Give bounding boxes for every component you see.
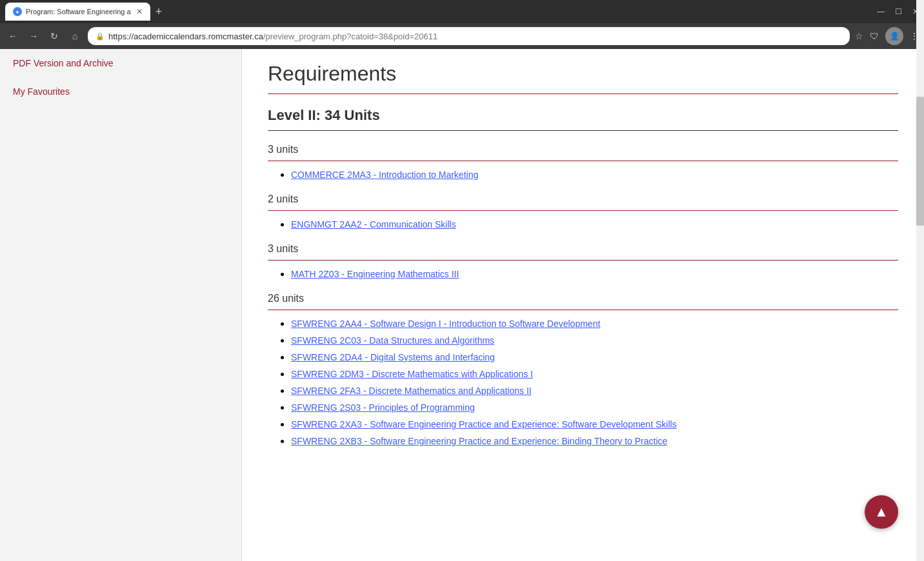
units-label-3-2: 3 units	[268, 243, 898, 255]
scrollbar-thumb[interactable]	[916, 97, 924, 226]
list-item: SFWRENG 2XB3 - Software Engineering Prac…	[291, 435, 898, 447]
shield-icon[interactable]: 🛡	[870, 31, 879, 41]
title-divider	[268, 94, 898, 94]
bookmark-button[interactable]: ☆	[855, 31, 863, 41]
maximize-button[interactable]: ☐	[895, 7, 902, 16]
list-item: ENGNMGT 2AA2 - Communication Skills	[291, 219, 898, 230]
sidebar-item-pdf-archive[interactable]: PDF Version and Archive	[0, 49, 241, 77]
browser-tab[interactable]: ● Program: Software Engineering a ✕	[5, 3, 150, 21]
url-base: https://academiccalendars.romcmaster.ca	[108, 32, 263, 41]
units-divider-1	[268, 210, 898, 211]
course-link-sfwreng-2fa3[interactable]: SFWRENG 2FA3 - Discrete Mathematics and …	[291, 386, 532, 396]
minimize-button[interactable]: —	[877, 7, 885, 16]
units-label-26: 26 units	[268, 293, 898, 304]
browser-window: ● Program: Software Engineering a ✕ + — …	[0, 0, 924, 561]
browser-titlebar: ● Program: Software Engineering a ✕ + — …	[0, 0, 924, 23]
scroll-to-top-button[interactable]: ▲	[865, 495, 898, 529]
level-heading: Level II: 34 Units	[268, 107, 898, 124]
units-group-commerce: 3 units COMMERCE 2MA3 - Introduction to …	[268, 144, 898, 181]
tab-close-button[interactable]: ✕	[136, 7, 143, 16]
course-link-math-2z03[interactable]: MATH 2Z03 - Engineering Mathematics III	[291, 269, 459, 279]
course-link-sfwreng-2aa4[interactable]: SFWRENG 2AA4 - Software Design I - Intro…	[291, 319, 600, 329]
profile-avatar[interactable]: 👤	[885, 27, 903, 45]
sidebar: PDF Version and Archive My Favourites	[0, 49, 242, 561]
forward-button[interactable]: →	[26, 28, 41, 44]
course-link-sfwreng-2s03[interactable]: SFWRENG 2S03 - Principles of Programming	[291, 402, 475, 413]
units-divider-0	[268, 161, 898, 161]
course-link-engnmgt-2aa2[interactable]: ENGNMGT 2AA2 - Communication Skills	[291, 219, 456, 230]
tab-title: Program: Software Engineering a	[26, 8, 131, 15]
units-group-engnmgt: 2 units ENGNMGT 2AA2 - Communication Ski…	[268, 193, 898, 230]
list-item: SFWRENG 2C03 - Data Structures and Algor…	[291, 335, 898, 346]
list-item: SFWRENG 2DA4 - Digital Systems and Inter…	[291, 351, 898, 363]
course-link-commerce-2ma3[interactable]: COMMERCE 2MA3 - Introduction to Marketin…	[291, 170, 478, 180]
address-bar[interactable]: 🔒 https://academiccalendars.romcmaster.c…	[88, 27, 850, 45]
reload-button[interactable]: ↻	[46, 28, 62, 44]
course-list-commerce: COMMERCE 2MA3 - Introduction to Marketin…	[268, 169, 898, 181]
units-divider-2	[268, 260, 898, 261]
units-divider-3	[268, 310, 898, 310]
list-item: SFWRENG 2FA3 - Discrete Mathematics and …	[291, 385, 898, 397]
url-path: /preview_program.php?catoid=38&poid=2061…	[263, 32, 437, 41]
window-controls: — ☐ ✕	[877, 7, 919, 16]
browser-addressbar: ← → ↻ ⌂ 🔒 https://academiccalendars.romc…	[0, 23, 924, 49]
course-list-engnmgt: ENGNMGT 2AA2 - Communication Skills	[268, 219, 898, 230]
tab-favicon: ●	[13, 7, 22, 16]
list-item: MATH 2Z03 - Engineering Mathematics III	[291, 268, 898, 280]
course-link-sfwreng-2c03[interactable]: SFWRENG 2C03 - Data Structures and Algor…	[291, 335, 494, 346]
scrollbar-track[interactable]	[916, 0, 924, 561]
units-label-2: 2 units	[268, 193, 898, 205]
course-link-sfwreng-2da4[interactable]: SFWRENG 2DA4 - Digital Systems and Inter…	[291, 352, 495, 362]
course-list-math: MATH 2Z03 - Engineering Mathematics III	[268, 268, 898, 280]
main-content: Requirements Level II: 34 Units 3 units …	[242, 49, 924, 561]
course-list-sfwreng: SFWRENG 2AA4 - Software Design I - Intro…	[268, 318, 898, 447]
sidebar-item-my-favourites[interactable]: My Favourites	[0, 77, 241, 106]
list-item: SFWRENG 2XA3 - Software Engineering Prac…	[291, 418, 898, 430]
list-item: SFWRENG 2S03 - Principles of Programming	[291, 402, 898, 413]
list-item: SFWRENG 2AA4 - Software Design I - Intro…	[291, 318, 898, 330]
home-button[interactable]: ⌂	[67, 28, 83, 44]
course-link-sfwreng-2dm3[interactable]: SFWRENG 2DM3 - Discrete Mathematics with…	[291, 369, 533, 379]
units-group-sfwreng: 26 units SFWRENG 2AA4 - Software Design …	[268, 293, 898, 447]
page-area: PDF Version and Archive My Favourites Re…	[0, 49, 924, 561]
list-item: SFWRENG 2DM3 - Discrete Mathematics with…	[291, 368, 898, 380]
units-group-math: 3 units MATH 2Z03 - Engineering Mathemat…	[268, 243, 898, 280]
course-link-sfwreng-2xb3[interactable]: SFWRENG 2XB3 - Software Engineering Prac…	[291, 436, 667, 446]
list-item: COMMERCE 2MA3 - Introduction to Marketin…	[291, 169, 898, 181]
new-tab-button[interactable]: +	[156, 6, 163, 17]
level-divider	[268, 130, 898, 131]
back-button[interactable]: ←	[5, 28, 21, 44]
browser-actions: ☆ 🛡 👤 ⋮	[855, 27, 919, 45]
lock-icon: 🔒	[95, 32, 105, 41]
units-label-3-1: 3 units	[268, 144, 898, 155]
chevron-up-icon: ▲	[874, 504, 889, 520]
page-title: Requirements	[268, 62, 898, 86]
course-link-sfwreng-2xa3[interactable]: SFWRENG 2XA3 - Software Engineering Prac…	[291, 419, 677, 429]
